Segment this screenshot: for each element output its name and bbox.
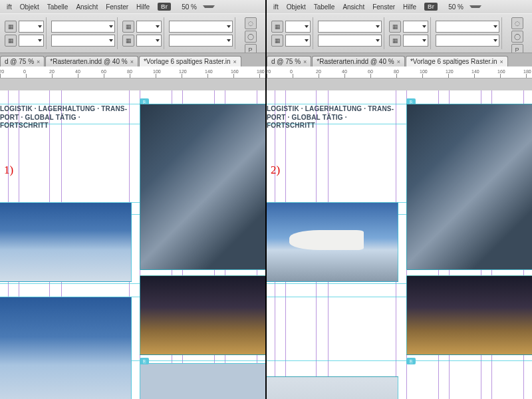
align-icon[interactable]: ▦ [271, 21, 283, 33]
menu-item[interactable]: Tabelle [43, 3, 72, 11]
horizontal-ruler[interactable]: -20020406080100120140160180 [267, 66, 532, 78]
ruler-tick: 80 [127, 69, 132, 74]
style-dropdown[interactable] [318, 35, 382, 47]
bridge-icon[interactable]: Br [424, 3, 438, 11]
value-field[interactable] [403, 21, 428, 33]
align-icon[interactable]: ▦ [271, 35, 283, 47]
ruler-tick: 80 [394, 69, 399, 74]
document-tab[interactable]: *Rasterarten.indd @ 40 %× [45, 56, 138, 66]
tool-icon[interactable]: ◌ [511, 17, 523, 29]
menu-item[interactable]: Ansicht [338, 3, 368, 11]
menu-item[interactable]: Objekt [283, 3, 310, 11]
ruler-tick: 100 [153, 69, 161, 74]
ruler-tick: 140 [471, 69, 479, 74]
ruler-tick: 60 [368, 69, 373, 74]
style-dropdown[interactable] [318, 21, 382, 33]
value-field[interactable] [403, 35, 428, 47]
image-frame[interactable] [0, 202, 132, 282]
menu-item[interactable]: ift [269, 3, 283, 11]
ruler-tick: 180 [257, 69, 265, 74]
menu-item[interactable]: Ansicht [72, 3, 102, 11]
annotation-label: 2) [271, 164, 280, 177]
close-icon[interactable]: × [130, 59, 134, 65]
horizontal-ruler[interactable]: -20020406080100120140160180 [0, 66, 265, 78]
ruler-tick: 100 [420, 69, 428, 74]
tool-icon[interactable]: ◯ [245, 31, 257, 43]
control-bar: ▦▦▦▦◌◯P⬚✦⬢ [0, 13, 265, 53]
style-dropdown[interactable] [436, 21, 499, 33]
image-frame[interactable] [406, 275, 532, 355]
menu-item[interactable]: Hilfe [132, 3, 154, 11]
style-dropdown[interactable] [436, 35, 499, 47]
tool-icon[interactable]: ◌ [245, 17, 257, 29]
image-frame[interactable] [267, 202, 398, 282]
ruler-tick: 40 [342, 69, 347, 74]
tool-icon[interactable]: ◯ [511, 31, 523, 43]
align-icon[interactable]: ▦ [5, 21, 17, 33]
ruler-tick: 160 [231, 69, 239, 74]
menu-item[interactable]: Tabelle [310, 3, 339, 11]
style-dropdown[interactable] [51, 35, 115, 47]
zoom-level[interactable]: 50 % [178, 3, 201, 11]
thread-icon[interactable]: ⎘ [406, 358, 416, 364]
document-tab[interactable]: d @ 75 %× [267, 56, 311, 66]
align-icon[interactable]: ▦ [389, 35, 401, 47]
document-tab[interactable]: *Vorlage 6 spaltiges Raster.in× [406, 56, 508, 66]
tool-icon[interactable]: P [511, 44, 523, 53]
value-field[interactable] [19, 21, 44, 33]
align-icon[interactable]: ▦ [122, 21, 134, 33]
headline-text-frame[interactable]: LOGISTIK · LAGERHALTUNG · TRANS- PORT · … [267, 104, 397, 132]
style-dropdown[interactable] [169, 21, 233, 33]
value-field[interactable] [19, 35, 44, 47]
style-dropdown[interactable] [51, 21, 115, 33]
align-icon[interactable]: ▦ [5, 35, 17, 47]
ruler-tick: 180 [523, 69, 531, 74]
close-icon[interactable]: × [37, 59, 40, 65]
document-tabs: d @ 75 %×*Rasterarten.indd @ 40 %×*Vorla… [267, 53, 532, 66]
control-bar: ▦▦▦▦◌◯P⬚✦⬢ [267, 13, 532, 53]
close-icon[interactable]: × [233, 59, 237, 65]
zoom-level[interactable]: 50 % [444, 3, 467, 11]
align-icon[interactable]: ▦ [122, 35, 134, 47]
page: LOGISTIK · LAGERHALTUNG · TRANS- PORT · … [0, 90, 265, 399]
annotation-label: 1) [4, 164, 13, 177]
align-icon[interactable]: ▦ [389, 21, 401, 33]
thread-icon[interactable]: ⎘ [140, 358, 149, 364]
value-field[interactable] [136, 35, 162, 47]
image-frame[interactable] [406, 104, 532, 270]
style-dropdown[interactable] [169, 35, 233, 47]
document-canvas[interactable]: LOGISTIK · LAGERHALTUNG · TRANS- PORT · … [0, 78, 265, 399]
document-tab[interactable]: *Rasterarten.indd @ 40 %× [312, 56, 405, 66]
chevron-down-icon[interactable] [203, 5, 215, 8]
menu-item[interactable]: Fenster [368, 3, 399, 11]
headline-text-frame[interactable]: LOGISTIK · LAGERHALTUNG · TRANS- PORT · … [0, 104, 130, 132]
value-field[interactable] [136, 21, 162, 33]
image-frame[interactable] [140, 363, 265, 399]
tab-label: *Vorlage 6 spaltiges Raster.in [410, 58, 497, 65]
menu-item[interactable]: Hilfe [399, 3, 420, 11]
chevron-down-icon[interactable] [469, 5, 481, 8]
document-tab[interactable]: d @ 75 %× [0, 56, 45, 66]
image-frame[interactable] [140, 104, 265, 270]
image-frame[interactable] [140, 275, 265, 355]
baseline-guide[interactable] [267, 360, 532, 361]
value-field[interactable] [285, 35, 311, 47]
close-icon[interactable]: × [303, 59, 307, 65]
value-field[interactable] [285, 21, 311, 33]
bridge-icon[interactable]: Br [158, 3, 171, 11]
tool-icon[interactable]: P [245, 44, 257, 53]
menu-item[interactable]: Fenster [102, 3, 132, 11]
ruler-tick: 60 [101, 69, 106, 74]
document-tab[interactable]: *Vorlage 6 spaltiges Raster.in× [139, 56, 241, 66]
document-canvas[interactable]: LOGISTIK · LAGERHALTUNG · TRANS- PORT · … [267, 78, 532, 399]
menu-item[interactable]: ift [3, 3, 16, 11]
document-tabs: d @ 75 %×*Rasterarten.indd @ 40 %×*Vorla… [0, 53, 265, 66]
ruler-tick: 140 [205, 69, 213, 74]
tab-label: d @ 75 % [271, 58, 301, 65]
close-icon[interactable]: × [500, 59, 503, 65]
close-icon[interactable]: × [397, 59, 400, 65]
image-frame[interactable] [267, 376, 398, 399]
image-frame[interactable] [0, 297, 132, 399]
ruler-tick: 40 [75, 69, 80, 74]
menu-item[interactable]: Objekt [16, 3, 43, 11]
